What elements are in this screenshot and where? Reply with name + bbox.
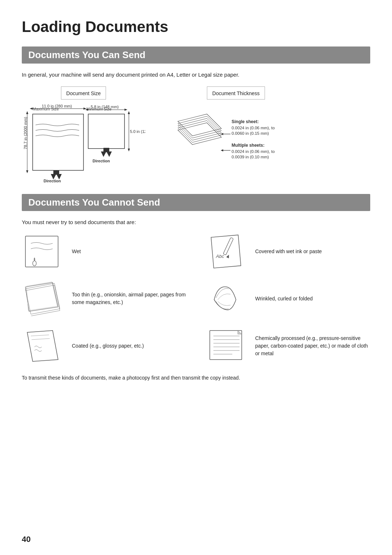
wrinkled-document-icon [205, 280, 249, 317]
svg-marker-16 [128, 149, 130, 151]
svg-text:Direction: Direction [44, 179, 61, 183]
chemical-document-icon [205, 328, 249, 364]
svg-rect-36 [25, 236, 58, 267]
svg-text:5.0 in (128 mm): 5.0 in (128 mm) [130, 129, 145, 134]
page-number: 40 [22, 535, 30, 544]
coated-document-icon [22, 328, 65, 364]
size-diagram-svg: Maximum Size Minimum Size 11.0 in (280 m… [22, 103, 145, 183]
document-size-label-box: Document Size [61, 86, 106, 100]
svg-text:Abc: Abc [216, 254, 224, 259]
svg-marker-21 [101, 151, 106, 157]
svg-point-37 [33, 261, 36, 266]
wet-ink-label: Covered with wet ink or paste [255, 248, 322, 255]
section2-intro: You must never try to send documents tha… [22, 219, 370, 225]
section2-header: Documents You Cannot Send [22, 194, 370, 211]
svg-text:0.0024 in (0.06 mm), to: 0.0024 in (0.06 mm), to [232, 126, 275, 130]
svg-rect-38 [223, 237, 233, 255]
list-item: Abc Covered with wet ink or paste [205, 233, 370, 270]
wet-document-icon [22, 233, 65, 270]
svg-rect-0 [33, 114, 83, 170]
svg-marker-12 [124, 109, 127, 111]
svg-text:5.8 in (148 mm): 5.8 in (148 mm) [91, 105, 119, 109]
document-size-col: Document Size Maximum Size Minimum Size … [22, 86, 145, 183]
wrinkled-label: Wrinkled, curled or folded [255, 295, 313, 303]
section1-intro: In general, your machine will send any d… [22, 72, 370, 78]
thin-label: Too thin (e.g., onionskin, airmail paper… [72, 291, 187, 306]
svg-text:0.0039 in (0.10 mm): 0.0039 in (0.10 mm) [232, 155, 269, 159]
section1-header: Documents You Can Send [22, 46, 370, 64]
list-item: Chemically processed (e.g., pressure-sen… [205, 328, 370, 364]
chemical-label: Chemically processed (e.g., pressure-sen… [255, 335, 370, 357]
svg-text:0.0024 in (0.06 mm), to: 0.0024 in (0.06 mm), to [232, 149, 275, 154]
list-item: Coated (e.g., glossy paper, etc.) [22, 328, 187, 364]
svg-marker-39 [226, 254, 230, 258]
coated-label: Coated (e.g., glossy paper, etc.) [72, 342, 144, 350]
list-item: Too thin (e.g., onionskin, airmail paper… [22, 280, 187, 317]
svg-marker-6 [26, 111, 28, 114]
wet-ink-document-icon: Abc [205, 233, 249, 270]
document-thickness-col: Document Thickness Single sheet: 0.0024 … [167, 86, 305, 176]
svg-rect-41 [210, 331, 242, 360]
document-size-label: Document Size [66, 90, 101, 96]
svg-marker-35 [221, 149, 223, 151]
document-thickness-label-box: Document Thickness [207, 86, 265, 100]
wet-label: Wet [72, 248, 81, 255]
svg-marker-15 [128, 111, 130, 114]
diagrams-wrapper: Document Size Maximum Size Minimum Size … [22, 86, 370, 183]
list-item: Wrinkled, curled or folded [205, 280, 370, 317]
svg-text:Multiple sheets:: Multiple sheets: [232, 143, 265, 148]
svg-rect-9 [88, 114, 124, 149]
svg-text:Direction: Direction [93, 159, 110, 163]
svg-marker-22 [106, 151, 112, 157]
svg-marker-2 [30, 108, 33, 110]
svg-text:Single sheet:: Single sheet: [232, 119, 259, 124]
page-title: Loading Documents [22, 18, 370, 36]
svg-text:0.0060 in (0.15 mm): 0.0060 in (0.15 mm) [232, 131, 269, 135]
svg-rect-20 [53, 170, 59, 175]
svg-text:11.0 in (280 mm): 11.0 in (280 mm) [42, 104, 72, 108]
svg-text:78.7 in (2000 mm): 78.7 in (2000 mm) [23, 117, 28, 149]
cannot-send-grid: Wet Abc Covered with wet ink or paste [22, 233, 370, 364]
thin-document-icon [22, 280, 65, 317]
svg-marker-3 [83, 108, 86, 110]
svg-marker-7 [26, 170, 28, 173]
svg-rect-23 [103, 148, 109, 152]
section2-footer: To transmit these kinds of documents, ma… [22, 375, 370, 381]
document-thickness-label: Document Thickness [212, 90, 260, 96]
thickness-diagram-svg: Single sheet: 0.0024 in (0.06 mm), to 0.… [167, 103, 305, 176]
list-item: Wet [22, 233, 187, 270]
